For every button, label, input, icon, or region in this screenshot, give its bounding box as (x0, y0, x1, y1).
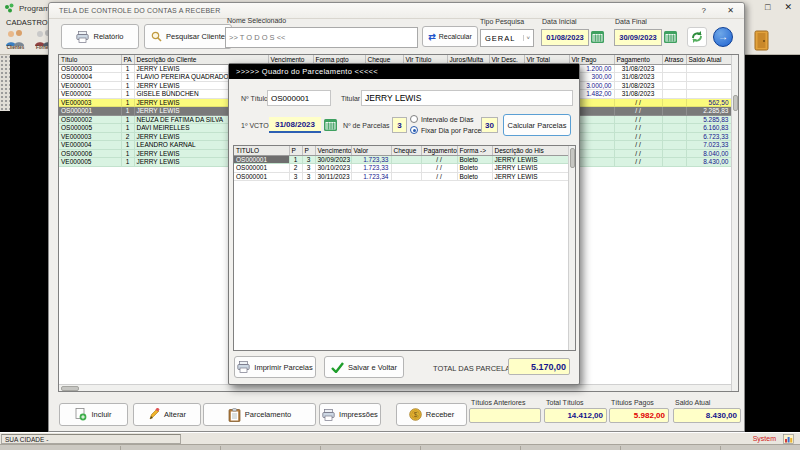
impressoes-button[interactable]: Impressões (319, 403, 381, 426)
window-title: TELA DE CONTROLE DO CONTAS A RECEBER (59, 7, 221, 14)
relatorio-button[interactable]: Relatório (61, 24, 139, 49)
clientes-button[interactable]: Clientes (2, 30, 29, 54)
titular-input[interactable]: JERRY LEWIS (361, 90, 573, 106)
vcto-input[interactable]: 31/08/2023 (269, 117, 321, 133)
printer-icon (76, 31, 89, 43)
parcela-row[interactable]: OS000001 1 3 30/09/2023 1.723,33 / / Bol… (234, 155, 568, 164)
toolbar-gripper (0, 55, 10, 111)
titulos-pagos-value: 5.982,00 (609, 408, 669, 423)
clientes-label: Clientes (7, 45, 25, 50)
data-final-input[interactable]: 30/09/2023 (614, 29, 662, 46)
parcelamento-label: Parcelamento (245, 410, 291, 419)
parcela-row[interactable]: OS000001 2 3 30/10/2023 1.723,33 / / Bol… (234, 164, 568, 173)
app-statusbar: SUA CIDADE - System (0, 432, 800, 444)
imprimir-parcelas-button[interactable]: Imprimir Parcelas (234, 356, 316, 378)
swap-arrows-icon: ⇄ (428, 32, 436, 42)
saldo-atual-value: 8.430,00 (673, 408, 741, 423)
num-titulo-input[interactable]: OS000001 (267, 90, 331, 106)
parcelamento-button[interactable]: Parcelamento (203, 403, 316, 426)
help-button[interactable]: ? (702, 6, 706, 15)
incluir-label: Incluir (91, 410, 111, 419)
salvar-voltar-label: Salvar e Voltar (348, 363, 397, 372)
status-system: System (753, 435, 776, 442)
alterar-button[interactable]: Alterar (133, 403, 201, 426)
radio-off-icon (410, 115, 418, 123)
close-button[interactable]: ✕ (727, 6, 734, 15)
total-parcelas-label: TOTAL DAS PARCELAS (433, 364, 515, 373)
pencil-icon (148, 408, 160, 421)
receber-button[interactable]: $ Receber (396, 403, 467, 426)
total-parcelas-value: 5.170,00 (508, 358, 570, 375)
impressoes-label: Impressões (339, 410, 378, 419)
calendar-icon[interactable] (324, 119, 337, 132)
app-close-button[interactable]: ✕ (784, 2, 792, 12)
fixar-dia-label: Fixar Dia por Parcela (421, 127, 487, 134)
nome-selecionado-input[interactable]: >> T O D O S << (225, 27, 418, 48)
window-titlebar: TELA DE CONTROLE DO CONTAS A RECEBER ? ✕ (49, 3, 744, 19)
data-inicial-input[interactable]: 01/08/2023 (541, 29, 589, 46)
col-atraso: Atraso (662, 55, 686, 64)
recalcular-button[interactable]: ⇄ Recalcular (422, 26, 478, 47)
col-titulo: TITULO (234, 146, 289, 155)
parcelas-table: TITULO P P Vencimento Valor Cheque Pagam… (233, 145, 576, 351)
col-forma: Forma -> (457, 146, 492, 155)
col-cheque: Cheque (391, 146, 421, 155)
titular-label: Titular (341, 95, 360, 102)
col-titulo: Título (59, 55, 121, 64)
exit-icon (753, 30, 771, 52)
app-logo-icon (4, 3, 15, 14)
intervalo-dias-radio[interactable]: Intervalo de Dias (410, 115, 474, 123)
radio-on-icon (410, 126, 418, 134)
search-icon (151, 31, 162, 42)
total-titulos-value: 14.412,00 (544, 408, 607, 423)
num-parcelas-input[interactable]: 3 (392, 117, 407, 133)
calendar-icon[interactable] (664, 31, 677, 44)
calendar-icon[interactable] (591, 31, 604, 44)
col-pagamento: Pagamento (614, 55, 662, 64)
fixar-dia-radio[interactable]: Fixar Dia por Parcela (410, 126, 487, 134)
pesquisar-cliente-button[interactable]: Pesquisar Cliente (144, 24, 232, 49)
blue-arrow-icon: → (718, 32, 728, 42)
vertical-scrollbar[interactable] (731, 55, 738, 391)
calcular-parcelas-button[interactable]: Calcular Parcelas (503, 114, 571, 136)
scrollbar-thumb[interactable] (61, 386, 79, 391)
col-vencimento: Vencimento (315, 146, 351, 155)
vertical-scrollbar[interactable] (568, 146, 575, 350)
total-titulos-label: Total Títulos (546, 399, 584, 406)
exit-button[interactable] (748, 30, 775, 54)
dialog-title: >>>>> Quadro do Parcelamento <<<<< (236, 67, 378, 76)
printer-icon (237, 361, 250, 373)
col-descricao: Descrição do His (492, 146, 568, 155)
green-arrows-button[interactable] (687, 27, 707, 47)
parcela-row[interactable]: OS000001 3 3 30/11/2023 1.723,34 / / Bol… (234, 172, 568, 181)
taskbar[interactable] (0, 444, 800, 450)
go-button[interactable]: → (713, 27, 733, 47)
horizontal-scrollbar[interactable] (59, 384, 731, 391)
col-p1: P (289, 146, 302, 155)
titulos-anteriores-label: Títulos Anteriores (471, 399, 525, 406)
tipo-pesquisa-label: Tipo Pesquisa (480, 18, 524, 25)
data-inicial-label: Data Inicial (542, 18, 577, 25)
saldo-atual-label: Saldo Atual (675, 399, 710, 406)
col-valor: Valor (351, 146, 391, 155)
coin-icon: $ (409, 408, 422, 421)
col-pagamento: Pagamento (421, 146, 457, 155)
add-document-icon (75, 408, 87, 421)
recalcular-label: Recalcular (439, 33, 472, 40)
tipo-pesquisa-select[interactable]: GERAL ˅ (480, 29, 534, 47)
salvar-voltar-button[interactable]: Salvar e Voltar (324, 356, 404, 378)
chevron-down-icon: ˅ (523, 35, 531, 41)
desktop: Programa C □ ✕ CADASTROS Clientes Fornec (0, 0, 800, 450)
green-arrows-icon (690, 30, 704, 44)
scrollbar-thumb[interactable] (733, 95, 738, 111)
vcto-label: 1º VCTO (241, 122, 269, 129)
incluir-button[interactable]: Incluir (59, 403, 128, 426)
calcular-parcelas-label: Calcular Parcelas (508, 121, 567, 130)
scrollbar-thumb[interactable] (570, 148, 575, 168)
col-saldo: Saldo Atual (686, 55, 731, 64)
app-maximize-button[interactable]: □ (765, 2, 770, 12)
col-pa: PA (121, 55, 134, 64)
nome-selecionado-label: Nome Selecionado (227, 17, 286, 24)
dia-parcela-input[interactable]: 30 (481, 117, 498, 133)
titulos-anteriores-value (469, 408, 541, 423)
